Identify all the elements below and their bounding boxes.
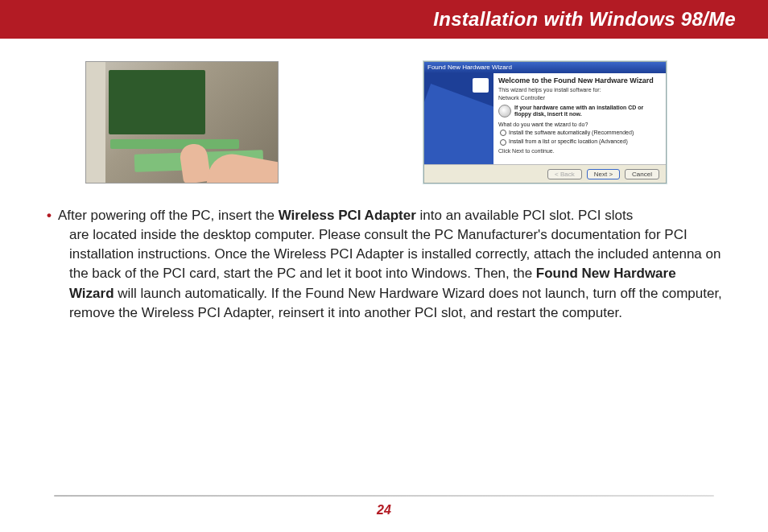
instruction-bullet: • After powering off the PC, insert the … (45, 206, 723, 323)
instruction-text: After powering off the PC, insert the Wi… (58, 206, 723, 323)
pci-install-photo (85, 61, 279, 184)
bullet-icon: • (47, 206, 52, 225)
footer-rule (54, 495, 714, 497)
content-area: Found New Hardware Wizard Welcome to the… (0, 39, 768, 323)
wizard-option-auto: Install the software automatically (Reco… (500, 130, 661, 136)
page-title: Installation with Windows 98/Me (433, 8, 736, 31)
wizard-button-row: < Back Next > Cancel (424, 164, 666, 183)
wizard-continue-hint: Click Next to continue. (498, 148, 661, 154)
wizard-back-button: < Back (547, 169, 582, 179)
wizard-option-specific: Install from a list or specific location… (500, 138, 661, 145)
page-footer: 24 (0, 495, 768, 518)
wizard-subtitle: This wizard helps you install software f… (498, 87, 661, 93)
wizard-titlebar: Found New Hardware Wizard (424, 62, 666, 73)
wizard-next-button: Next > (587, 169, 620, 179)
illustration-row: Found New Hardware Wizard Welcome to the… (85, 61, 723, 184)
hardware-icon (473, 78, 489, 93)
page-number: 24 (377, 503, 391, 517)
wizard-device: Network Controller (498, 95, 661, 101)
cd-icon (498, 105, 511, 118)
wizard-question: What do you want the wizard to do? (498, 122, 661, 127)
found-new-hardware-wizard-screenshot: Found New Hardware Wizard Welcome to the… (423, 61, 667, 184)
wizard-cd-hint: If your hardware came with an installati… (514, 105, 661, 117)
wizard-sidebar-graphic (424, 73, 493, 164)
wizard-heading: Welcome to the Found New Hardware Wizard (498, 76, 661, 85)
wizard-cancel-button: Cancel (625, 169, 659, 179)
header-banner: Installation with Windows 98/Me (0, 0, 768, 39)
